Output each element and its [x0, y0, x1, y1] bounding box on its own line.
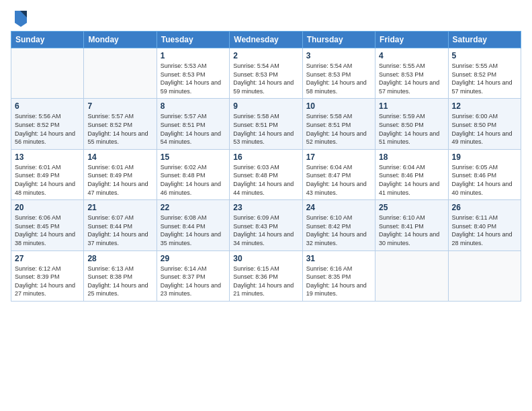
calendar-cell [84, 48, 157, 99]
day-info: Sunrise: 6:06 AM Sunset: 8:45 PM Dayligh… [15, 214, 80, 247]
calendar-cell: 17Sunrise: 6:04 AM Sunset: 8:47 PM Dayli… [302, 149, 375, 199]
day-number: 1 [161, 51, 226, 60]
day-number: 13 [15, 152, 80, 162]
day-info: Sunrise: 6:04 AM Sunset: 8:46 PM Dayligh… [379, 163, 444, 197]
day-number: 7 [87, 101, 152, 111]
day-number: 12 [452, 101, 517, 111]
day-info: Sunrise: 5:55 AM Sunset: 8:52 PM Dayligh… [452, 62, 517, 95]
day-info: Sunrise: 5:58 AM Sunset: 8:51 PM Dayligh… [233, 112, 298, 146]
day-info: Sunrise: 5:54 AM Sunset: 8:53 PM Dayligh… [306, 62, 371, 95]
day-info: Sunrise: 6:13 AM Sunset: 8:38 PM Dayligh… [87, 265, 152, 298]
calendar-table: SundayMondayTuesdayWednesdayThursdayFrid… [11, 31, 521, 302]
calendar-week-row: 20Sunrise: 6:06 AM Sunset: 8:45 PM Dayli… [11, 200, 521, 250]
day-number: 26 [452, 203, 517, 212]
calendar-cell [11, 48, 84, 99]
calendar-cell: 25Sunrise: 6:10 AM Sunset: 8:41 PM Dayli… [375, 200, 448, 250]
day-number: 22 [161, 203, 226, 212]
calendar-header-tuesday: Tuesday [157, 32, 229, 48]
calendar-header-sunday: Sunday [11, 32, 84, 48]
calendar-cell [375, 250, 448, 301]
calendar-header-row: SundayMondayTuesdayWednesdayThursdayFrid… [11, 32, 521, 48]
day-number: 5 [452, 51, 517, 60]
day-number: 15 [161, 152, 226, 162]
day-info: Sunrise: 5:53 AM Sunset: 8:53 PM Dayligh… [161, 62, 226, 95]
calendar-cell: 30Sunrise: 6:15 AM Sunset: 8:36 PM Dayli… [230, 250, 302, 301]
day-number: 21 [87, 203, 152, 212]
day-number: 11 [379, 101, 444, 111]
logo-icon [13, 8, 28, 27]
calendar-cell [448, 250, 521, 301]
day-number: 6 [15, 101, 80, 111]
calendar-cell: 13Sunrise: 6:01 AM Sunset: 8:49 PM Dayli… [11, 149, 84, 199]
calendar-week-row: 27Sunrise: 6:12 AM Sunset: 8:39 PM Dayli… [11, 250, 521, 301]
day-number: 28 [87, 254, 152, 263]
calendar-cell: 4Sunrise: 5:55 AM Sunset: 8:53 PM Daylig… [375, 48, 448, 99]
day-info: Sunrise: 6:01 AM Sunset: 8:49 PM Dayligh… [15, 163, 80, 197]
calendar-header-thursday: Thursday [302, 32, 375, 48]
day-info: Sunrise: 5:57 AM Sunset: 8:52 PM Dayligh… [87, 112, 152, 146]
calendar-cell: 10Sunrise: 5:58 AM Sunset: 8:51 PM Dayli… [302, 99, 375, 149]
calendar-cell: 31Sunrise: 6:16 AM Sunset: 8:35 PM Dayli… [302, 250, 375, 301]
day-number: 3 [306, 51, 371, 60]
day-number: 19 [452, 152, 517, 162]
day-number: 8 [161, 101, 226, 111]
day-info: Sunrise: 6:01 AM Sunset: 8:49 PM Dayligh… [87, 163, 152, 197]
day-info: Sunrise: 6:11 AM Sunset: 8:40 PM Dayligh… [452, 214, 517, 247]
calendar-cell: 6Sunrise: 5:56 AM Sunset: 8:52 PM Daylig… [11, 99, 84, 149]
day-info: Sunrise: 6:00 AM Sunset: 8:50 PM Dayligh… [452, 112, 517, 146]
day-number: 20 [15, 203, 80, 212]
day-number: 24 [306, 203, 371, 212]
calendar-cell: 5Sunrise: 5:55 AM Sunset: 8:52 PM Daylig… [448, 48, 521, 99]
day-number: 14 [87, 152, 152, 162]
day-info: Sunrise: 6:10 AM Sunset: 8:42 PM Dayligh… [306, 214, 371, 247]
day-info: Sunrise: 6:08 AM Sunset: 8:44 PM Dayligh… [161, 214, 226, 247]
day-info: Sunrise: 6:02 AM Sunset: 8:48 PM Dayligh… [161, 163, 226, 197]
header [11, 7, 521, 27]
day-info: Sunrise: 5:54 AM Sunset: 8:53 PM Dayligh… [233, 62, 298, 95]
calendar-cell: 18Sunrise: 6:04 AM Sunset: 8:46 PM Dayli… [375, 149, 448, 199]
calendar-cell: 11Sunrise: 5:59 AM Sunset: 8:50 PM Dayli… [375, 99, 448, 149]
day-number: 27 [15, 254, 80, 263]
calendar-cell: 2Sunrise: 5:54 AM Sunset: 8:53 PM Daylig… [230, 48, 302, 99]
day-number: 2 [233, 51, 298, 60]
day-info: Sunrise: 6:07 AM Sunset: 8:44 PM Dayligh… [87, 214, 152, 247]
day-info: Sunrise: 6:04 AM Sunset: 8:47 PM Dayligh… [306, 163, 371, 197]
calendar-week-row: 13Sunrise: 6:01 AM Sunset: 8:49 PM Dayli… [11, 149, 521, 199]
day-info: Sunrise: 5:57 AM Sunset: 8:51 PM Dayligh… [161, 112, 226, 146]
day-number: 29 [161, 254, 226, 263]
calendar-cell: 19Sunrise: 6:05 AM Sunset: 8:46 PM Dayli… [448, 149, 521, 199]
day-info: Sunrise: 5:58 AM Sunset: 8:51 PM Dayligh… [306, 112, 371, 146]
calendar-cell: 23Sunrise: 6:09 AM Sunset: 8:43 PM Dayli… [230, 200, 302, 250]
day-info: Sunrise: 6:05 AM Sunset: 8:46 PM Dayligh… [452, 163, 517, 197]
calendar-cell: 24Sunrise: 6:10 AM Sunset: 8:42 PM Dayli… [302, 200, 375, 250]
logo [11, 9, 28, 27]
day-number: 25 [379, 203, 444, 212]
calendar-header-saturday: Saturday [448, 32, 521, 48]
day-info: Sunrise: 6:14 AM Sunset: 8:37 PM Dayligh… [161, 265, 226, 298]
calendar-header-monday: Monday [84, 32, 157, 48]
day-number: 31 [306, 254, 371, 263]
page: SundayMondayTuesdayWednesdayThursdayFrid… [0, 0, 532, 411]
day-number: 30 [233, 254, 298, 263]
calendar-cell: 29Sunrise: 6:14 AM Sunset: 8:37 PM Dayli… [157, 250, 229, 301]
day-info: Sunrise: 6:12 AM Sunset: 8:39 PM Dayligh… [15, 265, 80, 298]
calendar-cell: 26Sunrise: 6:11 AM Sunset: 8:40 PM Dayli… [448, 200, 521, 250]
day-number: 16 [233, 152, 298, 162]
day-info: Sunrise: 6:09 AM Sunset: 8:43 PM Dayligh… [233, 214, 298, 247]
day-info: Sunrise: 5:56 AM Sunset: 8:52 PM Dayligh… [15, 112, 80, 146]
calendar-cell: 8Sunrise: 5:57 AM Sunset: 8:51 PM Daylig… [157, 99, 229, 149]
day-number: 17 [306, 152, 371, 162]
calendar-cell: 14Sunrise: 6:01 AM Sunset: 8:49 PM Dayli… [84, 149, 157, 199]
calendar-cell: 22Sunrise: 6:08 AM Sunset: 8:44 PM Dayli… [157, 200, 229, 250]
day-info: Sunrise: 6:10 AM Sunset: 8:41 PM Dayligh… [379, 214, 444, 247]
calendar-header-wednesday: Wednesday [230, 32, 302, 48]
calendar-cell: 20Sunrise: 6:06 AM Sunset: 8:45 PM Dayli… [11, 200, 84, 250]
calendar-cell: 12Sunrise: 6:00 AM Sunset: 8:50 PM Dayli… [448, 99, 521, 149]
day-number: 4 [379, 51, 444, 60]
calendar-cell: 3Sunrise: 5:54 AM Sunset: 8:53 PM Daylig… [302, 48, 375, 99]
day-info: Sunrise: 5:59 AM Sunset: 8:50 PM Dayligh… [379, 112, 444, 146]
day-number: 10 [306, 101, 371, 111]
calendar-header-friday: Friday [375, 32, 448, 48]
calendar-cell: 7Sunrise: 5:57 AM Sunset: 8:52 PM Daylig… [84, 99, 157, 149]
day-info: Sunrise: 5:55 AM Sunset: 8:53 PM Dayligh… [379, 62, 444, 95]
